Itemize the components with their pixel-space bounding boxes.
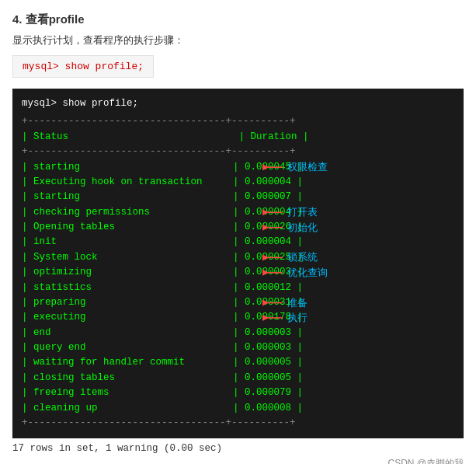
table-row: | optimizing | 0.000003 | <box>22 265 454 280</box>
header-duration: | Duration | <box>239 130 309 145</box>
table-rows: | starting | 0.000045 || Executing hook … <box>22 160 454 416</box>
table-row: | starting | 0.000045 | <box>22 160 454 175</box>
description: 显示执行计划，查看程序的执行步骤： <box>12 33 464 47</box>
table-row: | starting | 0.000007 | <box>22 190 454 204</box>
terminal-block: mysql> show profile; +------------------… <box>12 89 464 438</box>
header-pipe <box>233 130 239 145</box>
table-row: | preparing | 0.000031 | <box>22 295 454 310</box>
table-header: | Status | Duration | <box>22 130 454 145</box>
table-row: | freeing items | 0.000079 | <box>22 386 454 400</box>
table-row: | end | 0.000003 | <box>22 326 454 340</box>
table-row: | statistics | 0.000012 | <box>22 281 454 295</box>
csdn-watermark: CSDN @赤脚的我 <box>12 457 464 464</box>
table-row: | executing | 0.000178 | <box>22 310 454 325</box>
table-row: | init | 0.000004 | <box>22 235 454 249</box>
separator-header: +----------------------------------+----… <box>22 145 454 159</box>
header-status: | Status <box>22 130 233 145</box>
code-inline-block: mysql> show profile; <box>12 55 154 78</box>
table-row: | System lock | 0.000025 | <box>22 250 454 265</box>
summary-line: 17 rows in set, 1 warning (0.00 sec) <box>12 443 464 454</box>
table-row: | cleaning up | 0.000008 | <box>22 401 454 416</box>
terminal-command: mysql> show profile; <box>22 96 454 111</box>
separator-top: +----------------------------------+----… <box>22 114 454 129</box>
table-row: | Opening tables | 0.000026 | <box>22 220 454 235</box>
section-title: 4. 查看profile <box>12 12 464 27</box>
terminal-wrapper: mysql> show profile; +------------------… <box>12 89 464 438</box>
separator-footer: +----------------------------------+----… <box>22 416 454 431</box>
table-row: | checking permissions | 0.000004 | <box>22 205 454 220</box>
table-row: | waiting for handler commit | 0.000005 … <box>22 355 454 370</box>
table-row: | Executing hook on transaction | 0.0000… <box>22 175 454 190</box>
table-row: | closing tables | 0.000005 | <box>22 371 454 386</box>
table-row: | query end | 0.000003 | <box>22 340 454 355</box>
